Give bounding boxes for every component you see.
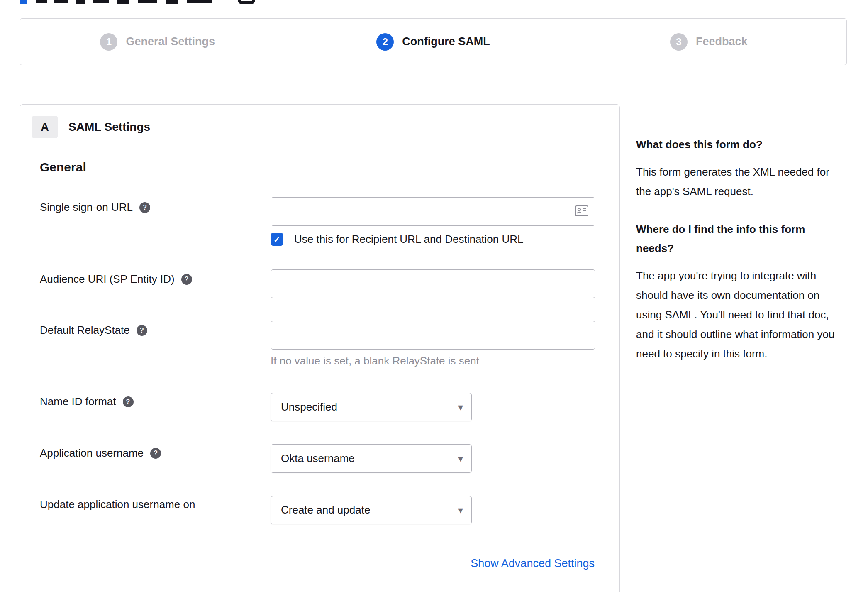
chevron-down-icon: ▾ xyxy=(458,401,463,413)
chevron-down-icon: ▾ xyxy=(458,453,463,465)
section-a-badge: A xyxy=(32,116,58,138)
field-label-text: Update application username on xyxy=(40,498,195,511)
single-sign-on-url-input[interactable] xyxy=(271,197,595,226)
update-application-username-label: Update application username on xyxy=(40,498,195,511)
application-username-select[interactable]: Okta username ▾ xyxy=(271,444,472,473)
step-number-badge: 1 xyxy=(100,33,117,51)
field-label-text: Application username xyxy=(40,447,144,460)
clipped-text-fragment xyxy=(138,0,157,3)
step-label: Feedback xyxy=(696,35,748,48)
default-relaystate-label: Default RelayState ? xyxy=(40,324,147,337)
clipped-text-fragment xyxy=(54,0,68,3)
step-number-badge: 3 xyxy=(670,33,688,51)
recipient-url-checkbox[interactable]: ✓ xyxy=(271,233,283,246)
audience-uri-label: Audience URI (SP Entity ID) ? xyxy=(40,273,192,286)
help-icon[interactable]: ? xyxy=(137,325,147,336)
select-value: Create and update xyxy=(281,504,370,516)
clipped-icon-fragment xyxy=(238,0,255,4)
field-label-text: Audience URI (SP Entity ID) xyxy=(40,273,175,286)
clipped-text-fragment xyxy=(187,0,212,3)
step-label: General Settings xyxy=(126,35,215,48)
general-section-heading: General xyxy=(40,160,86,174)
relaystate-hint: If no value is set, a blank RelayState i… xyxy=(271,355,479,367)
chevron-down-icon: ▾ xyxy=(458,504,463,516)
wizard-stepper: 1 General Settings 2 Configure SAML 3 Fe… xyxy=(20,18,847,65)
clipped-text-fragment xyxy=(93,0,109,3)
clipped-text-fragment xyxy=(36,0,47,3)
step-general-settings[interactable]: 1 General Settings xyxy=(20,19,295,65)
step-feedback[interactable]: 3 Feedback xyxy=(571,19,846,65)
clipped-text-fragment xyxy=(166,0,178,4)
step-label: Configure SAML xyxy=(402,35,490,48)
clipped-text-fragment xyxy=(76,0,85,4)
select-value: Okta username xyxy=(281,452,355,465)
step-configure-saml[interactable]: 2 Configure SAML xyxy=(295,19,571,65)
spacer xyxy=(636,201,846,220)
contact-card-icon xyxy=(575,205,588,216)
help-heading-what: What does this form do? xyxy=(636,135,846,154)
select-value: Unspecified xyxy=(281,401,337,413)
recipient-url-checkbox-row: ✓ Use this for Recipient URL and Destina… xyxy=(271,233,524,246)
field-label-text: Default RelayState xyxy=(40,324,130,337)
single-sign-on-url-label: Single sign-on URL ? xyxy=(40,201,150,214)
name-id-format-label: Name ID format ? xyxy=(40,395,134,408)
card-title: SAML Settings xyxy=(68,120,150,134)
clipped-header-fragments xyxy=(20,0,393,4)
field-label-text: Single sign-on URL xyxy=(40,201,133,214)
clipped-text-fragment xyxy=(117,0,129,4)
audience-uri-input[interactable] xyxy=(271,269,595,298)
help-icon[interactable]: ? xyxy=(150,448,161,459)
default-relaystate-input[interactable] xyxy=(271,321,595,350)
update-application-username-select[interactable]: Create and update ▾ xyxy=(271,496,472,524)
step-number-badge: 2 xyxy=(376,33,394,51)
show-advanced-settings-link[interactable]: Show Advanced Settings xyxy=(471,557,595,570)
help-sidebar: What does this form do? This form genera… xyxy=(636,135,846,364)
name-id-format-select[interactable]: Unspecified ▾ xyxy=(271,393,472,421)
help-heading-where: Where do I find the info this form needs… xyxy=(636,220,846,258)
field-label-text: Name ID format xyxy=(40,395,116,408)
help-icon[interactable]: ? xyxy=(181,274,192,285)
help-icon[interactable]: ? xyxy=(139,202,150,213)
help-body-what: This form generates the XML needed for t… xyxy=(636,162,846,201)
clipped-logo-fragment xyxy=(20,0,27,4)
check-icon: ✓ xyxy=(273,235,281,245)
saml-settings-card: A SAML Settings General Single sign-on U… xyxy=(20,104,620,592)
help-body-where: The app you're trying to integrate with … xyxy=(636,266,846,364)
application-username-label: Application username ? xyxy=(40,447,161,460)
recipient-url-checkbox-label: Use this for Recipient URL and Destinati… xyxy=(294,233,524,246)
help-icon[interactable]: ? xyxy=(123,396,134,407)
